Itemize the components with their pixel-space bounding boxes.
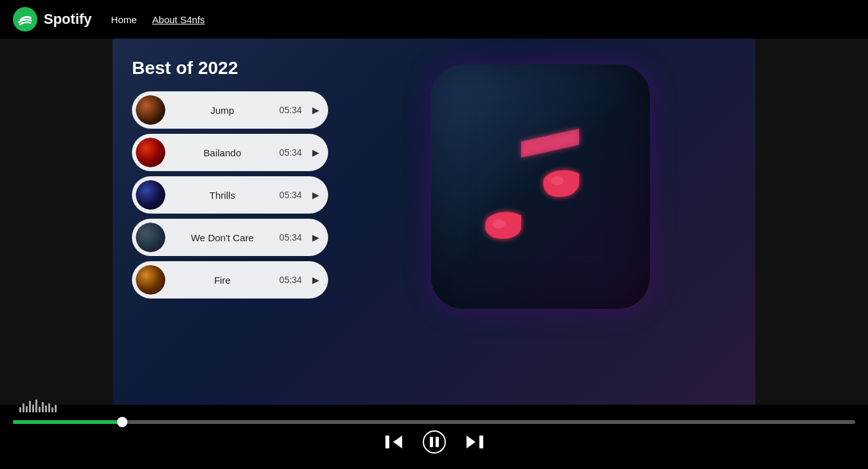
avatar-img-thrills (136, 180, 165, 210)
navbar: Spotify Home About S4nfs (0, 0, 868, 39)
track-row-fire[interactable]: Fire 05:34 ▶ (132, 261, 328, 299)
track-avatar-jump (136, 95, 165, 125)
track-row-jump[interactable]: Jump 05:34 ▶ (132, 91, 328, 129)
svg-point-2 (544, 173, 579, 195)
track-duration-bailando: 05:34 (279, 147, 302, 158)
left-panel: Best of 2022 Jump 05:34 ▶ Bailando 05:34… (132, 58, 344, 299)
waveform (19, 397, 57, 412)
play-icon-jump[interactable]: ▶ (312, 103, 319, 117)
nav-links: Home About S4nfs (111, 14, 205, 25)
brand: Spotify (13, 7, 92, 32)
track-name-thrills: Thrills (173, 190, 272, 201)
pause-button[interactable] (423, 430, 446, 454)
track-avatar-fire (136, 265, 165, 295)
track-avatar-wecare (136, 223, 165, 252)
avatar-img-fire (136, 265, 165, 295)
svg-marker-10 (466, 436, 476, 448)
track-avatar-bailando (136, 138, 165, 167)
track-duration-fire: 05:34 (279, 275, 302, 285)
right-panel (344, 58, 736, 309)
spotify-logo-icon (13, 7, 37, 32)
track-row-bailando[interactable]: Bailando 05:34 ▶ (132, 134, 328, 171)
avatar-img-bailando (136, 138, 165, 167)
prev-button[interactable] (384, 432, 403, 452)
track-duration-thrills: 05:34 (279, 190, 302, 200)
track-duration-wecare: 05:34 (279, 232, 302, 243)
main-content: Best of 2022 Jump 05:34 ▶ Bailando 05:34… (113, 39, 755, 405)
svg-marker-5 (393, 436, 402, 448)
avatar-img-jump (136, 95, 165, 125)
progress-fill (13, 420, 122, 424)
nav-about[interactable]: About S4nfs (152, 14, 205, 25)
svg-rect-8 (430, 437, 433, 447)
track-avatar-thrills (136, 180, 165, 210)
svg-point-1 (485, 216, 521, 239)
next-button[interactable] (465, 432, 485, 452)
svg-point-3 (492, 219, 505, 228)
play-icon-wecare[interactable]: ▶ (312, 230, 319, 244)
svg-rect-9 (436, 437, 439, 447)
music-note-icon (470, 109, 611, 264)
playlist-title: Best of 2022 (132, 58, 344, 78)
pause-icon (423, 430, 446, 454)
svg-point-4 (551, 176, 564, 185)
next-icon (465, 432, 485, 452)
player-bar (0, 405, 868, 469)
avatar-img-wecare (136, 223, 165, 252)
nav-home[interactable]: Home (111, 14, 137, 25)
play-icon-fire[interactable]: ▶ (312, 273, 319, 287)
track-name-wecare: We Don't Care (173, 232, 272, 243)
svg-rect-11 (479, 436, 483, 448)
play-icon-thrills[interactable]: ▶ (312, 188, 319, 202)
svg-point-7 (423, 431, 445, 453)
svg-rect-6 (385, 436, 389, 448)
track-duration-jump: 05:34 (279, 105, 302, 115)
track-row-wecare[interactable]: We Don't Care 05:34 ▶ (132, 219, 328, 256)
player-controls (384, 430, 485, 454)
play-icon-bailando[interactable]: ▶ (312, 145, 319, 160)
track-list: Jump 05:34 ▶ Bailando 05:34 ▶ Thrills 05… (132, 91, 344, 299)
track-row-thrills[interactable]: Thrills 05:34 ▶ (132, 176, 328, 214)
music-icon-container (431, 64, 650, 309)
track-name-jump: Jump (173, 105, 272, 116)
brand-name: Spotify (44, 11, 92, 28)
progress-thumb[interactable] (117, 417, 127, 427)
track-name-bailando: Bailando (173, 147, 272, 158)
prev-icon (384, 432, 403, 452)
progress-bar[interactable] (13, 420, 855, 424)
track-name-fire: Fire (173, 275, 272, 286)
